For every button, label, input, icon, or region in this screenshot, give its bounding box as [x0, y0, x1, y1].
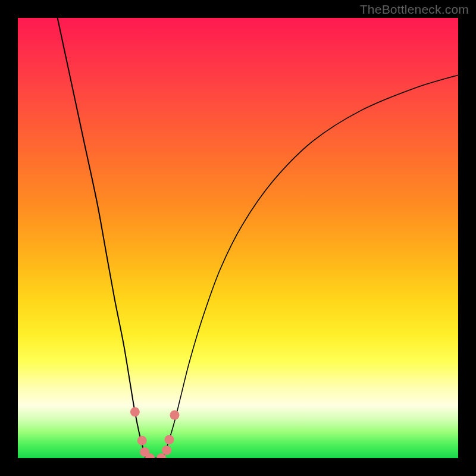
data-point-p8: [170, 410, 179, 419]
data-points: [130, 407, 180, 458]
data-point-p2: [137, 436, 147, 445]
plot-area: [18, 18, 458, 458]
left-curve: [58, 18, 146, 458]
curve-layer: [18, 18, 458, 458]
right-curve: [163, 75, 458, 458]
watermark-text: TheBottleneck.com: [360, 2, 469, 17]
data-point-p7: [165, 435, 174, 444]
chart-frame: TheBottleneck.com: [0, 0, 476, 476]
data-point-p6: [162, 446, 171, 455]
data-point-p1: [130, 407, 140, 416]
